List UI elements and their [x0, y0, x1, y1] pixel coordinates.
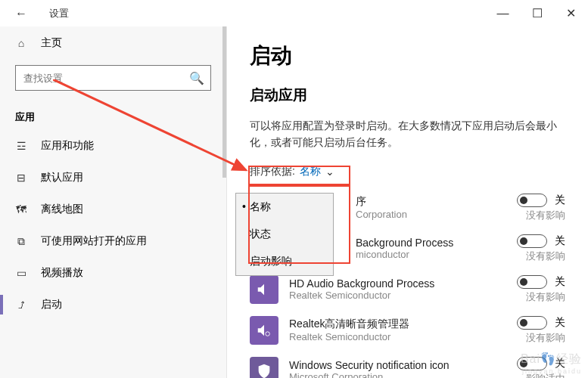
defaults-icon: ⊟	[15, 172, 27, 184]
sidebar-item-label: 离线地图	[41, 203, 83, 216]
sidebar-section-header: 应用	[0, 100, 226, 130]
sidebar-item-label: 可使用网站打开的应用	[41, 234, 147, 248]
toggle-label: 关	[555, 194, 565, 207]
search-icon: 🔍	[191, 72, 203, 84]
app-name: Windows Security notification icon	[289, 359, 494, 371]
sidebar-home[interactable]: ⌂ 主页	[0, 30, 226, 56]
sort-value: 名称	[300, 165, 321, 178]
toggle-switch[interactable]	[517, 234, 547, 248]
map-icon: 🗺	[15, 203, 27, 215]
svg-point-0	[266, 332, 270, 336]
app-name: 序	[356, 195, 494, 209]
app-publisher: Corporation	[356, 209, 494, 220]
impact-label: 没有影响	[505, 331, 565, 345]
search-input[interactable]	[23, 73, 191, 84]
sidebar: ⌂ 主页 🔍 应用 ☲ 应用和功能 ⊟ 默认应用 🗺 离线地图 ⧉ 可使用网站打…	[0, 26, 227, 378]
sidebar-item-label: 默认应用	[41, 171, 83, 184]
dropdown-item-state[interactable]: 状态	[236, 221, 333, 248]
impact-label: 没有影响	[505, 290, 565, 304]
toggle-label: 关	[555, 275, 565, 289]
main-panel: 启动 启动应用 可以将应用配置为登录时启动。在大多数情况下应用启动后会最小化，或…	[227, 26, 588, 378]
close-button[interactable]: ✕	[554, 0, 588, 26]
app-publisher: Realtek Semiconductor	[289, 331, 494, 342]
app-publisher: Realtek Semiconductor	[289, 290, 494, 301]
section-heading: 启动应用	[250, 85, 565, 105]
title-bar: ← 设置 — ☐ ✕	[0, 0, 588, 26]
app-publisher: miconductor	[356, 249, 494, 260]
chevron-down-icon: ⌄	[325, 166, 334, 178]
impact-label: 影响适中	[505, 372, 565, 378]
window-title: 设置	[49, 7, 69, 20]
sidebar-item-label: 应用和功能	[41, 139, 94, 153]
list-icon: ☲	[15, 140, 27, 152]
app-name: Realtek高清晰音频管理器	[289, 318, 494, 331]
page-title: 启动	[250, 42, 565, 70]
sidebar-item-apps-features[interactable]: ☲ 应用和功能	[0, 130, 226, 162]
toggle-label: 关	[555, 234, 565, 248]
app-name: HD Audio Background Process	[289, 277, 494, 290]
section-description: 可以将应用配置为登录时启动。在大多数情况下应用启动后会最小化，或者可能只启动后台…	[250, 117, 565, 151]
dropdown-item-impact[interactable]: 启动影响	[236, 248, 333, 275]
list-item: Windows Security notification icon Micro…	[250, 351, 565, 378]
sidebar-home-label: 主页	[41, 36, 62, 50]
speaker-icon	[250, 275, 278, 304]
dropdown-item-name[interactable]: •名称	[236, 194, 333, 221]
shield-icon	[250, 357, 278, 378]
speaker-settings-icon	[250, 316, 278, 345]
sidebar-item-startup[interactable]: ⭜ 启动	[0, 289, 226, 321]
toggle-label: 关	[555, 357, 565, 370]
sidebar-item-offline-maps[interactable]: 🗺 离线地图	[0, 194, 226, 225]
sidebar-item-video-playback[interactable]: ▭ 视频播放	[0, 257, 226, 289]
toggle-switch[interactable]	[517, 194, 547, 207]
window-controls: — ☐ ✕	[486, 0, 588, 26]
list-item: Realtek高清晰音频管理器 Realtek Semiconductor 关 …	[250, 310, 565, 351]
app-publisher: Microsoft Corporation	[289, 371, 494, 378]
minimize-button[interactable]: —	[486, 0, 520, 26]
impact-label: 没有影响	[505, 249, 565, 263]
sidebar-item-default-apps[interactable]: ⊟ 默认应用	[0, 162, 226, 194]
back-button[interactable]: ←	[15, 7, 30, 20]
app-name: Background Process	[356, 237, 494, 249]
home-icon: ⌂	[15, 37, 27, 49]
maximize-button[interactable]: ☐	[520, 0, 554, 26]
startup-icon: ⭜	[15, 299, 27, 311]
sort-label: 排序依据:	[250, 165, 295, 178]
impact-label: 没有影响	[505, 209, 565, 222]
sidebar-item-label: 视频播放	[41, 266, 83, 280]
link-icon: ⧉	[15, 235, 27, 247]
sort-dropdown[interactable]: •名称 状态 启动影响	[235, 193, 334, 276]
search-box[interactable]: 🔍	[15, 65, 211, 91]
video-icon: ▭	[15, 267, 27, 279]
sidebar-item-label: 启动	[41, 298, 62, 311]
sidebar-item-website-apps[interactable]: ⧉ 可使用网站打开的应用	[0, 225, 226, 257]
toggle-label: 关	[555, 316, 565, 330]
toggle-switch[interactable]	[517, 275, 547, 289]
toggle-switch[interactable]	[517, 357, 547, 370]
sort-by[interactable]: 排序依据: 名称 ⌄	[250, 165, 565, 178]
toggle-switch[interactable]	[517, 316, 547, 330]
